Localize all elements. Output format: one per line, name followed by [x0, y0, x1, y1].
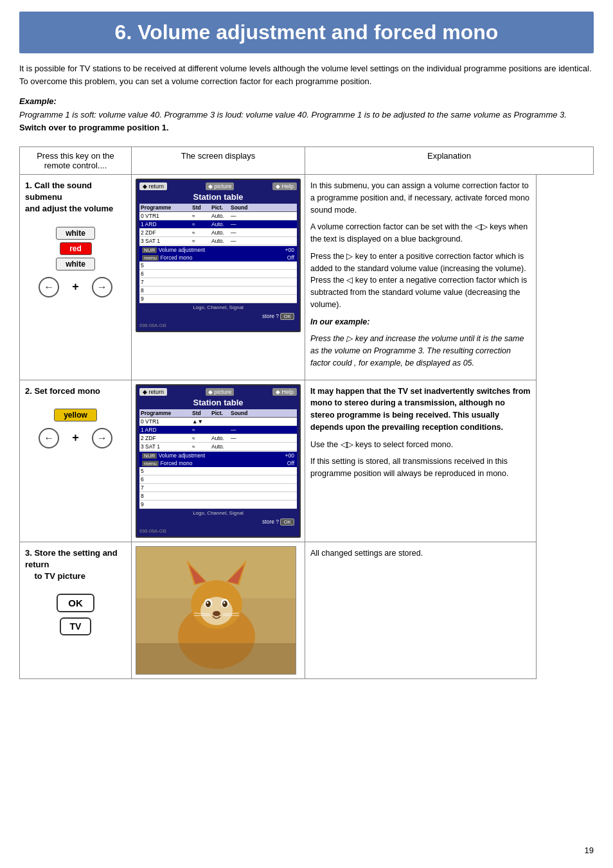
- ok-button[interactable]: OK: [57, 594, 94, 612]
- return-btn-2: ◆ return: [139, 388, 167, 396]
- step2-bold-p: It may happen that the TV set inadverten…: [310, 385, 531, 434]
- station-row-2b: 2 ZDF ≈ Auto. —: [139, 434, 297, 443]
- p5b: 5: [141, 468, 192, 474]
- row-5a: 5: [139, 261, 297, 270]
- svg-point-13: [207, 601, 209, 603]
- sound-b1: —: [231, 427, 253, 433]
- col-programme-2: Programme: [141, 410, 192, 416]
- yellow-button[interactable]: yellow: [54, 409, 97, 421]
- col-programme: Programme: [141, 204, 192, 211]
- vol-adj-row-2: NUR Volume adjustment +00: [139, 452, 297, 459]
- sound-b3: [231, 443, 253, 450]
- pict-b3: Auto.: [211, 443, 231, 450]
- left-arrow-icon-2[interactable]: ←: [39, 428, 59, 448]
- prog-0: 0 VTR1: [141, 213, 192, 219]
- help-btn-2: ◆ Help: [272, 388, 297, 396]
- right-arrow-icon-2[interactable]: →: [92, 428, 112, 448]
- step-2-label: 2. Set forced mono: [25, 385, 126, 397]
- sound-2: —: [231, 229, 253, 236]
- ok-small-2: OK: [280, 518, 294, 526]
- white-button-2[interactable]: white: [56, 258, 95, 270]
- std-0: ≈: [192, 213, 211, 219]
- arrow-buttons-1: ← + →: [39, 277, 112, 297]
- example-text: Programme 1 is soft: volume value 40. Pr…: [19, 109, 594, 134]
- sound-0: —: [231, 213, 253, 219]
- tv-button[interactable]: TV: [60, 617, 92, 635]
- title-bar: 6. Volume adjustment and forced mono: [19, 12, 594, 53]
- vol-nur-tag: NUR Volume adjustment: [142, 247, 205, 253]
- pict-1: Auto.: [211, 221, 231, 227]
- logo-row-1: Logo, Channel, Signal: [139, 303, 297, 312]
- tv-screen-1: ◆ return ◆ picture ◆ Help Station table …: [136, 179, 301, 332]
- sound-1: —: [231, 221, 253, 227]
- page-title: 6. Volume adjustment and forced mono: [32, 21, 581, 44]
- step-1-remote: 1. Call the sound submenuand adjust the …: [19, 175, 132, 380]
- right-arrow-icon[interactable]: →: [92, 277, 112, 297]
- white-button-1[interactable]: white: [56, 227, 95, 240]
- prog-b1: 1 ARD: [141, 427, 192, 433]
- forced-mono-row-1: menu Forced mono Off: [139, 254, 297, 261]
- step-2-row: 2. Set forced mono yellow ← + → ◆ return…: [19, 380, 594, 542]
- station-row-0b: 0 VTR1 ▲▼: [139, 418, 297, 426]
- step-3-row: 3. Store the setting and return to TV pi…: [19, 542, 594, 679]
- svg-point-12: [222, 601, 227, 607]
- vol-value: +00: [285, 247, 294, 253]
- station-table-title-1: Station table: [139, 192, 297, 202]
- row-6a: 6: [139, 270, 297, 278]
- station-header-2: Programme Std Pict. Sound: [139, 409, 297, 418]
- red-button[interactable]: red: [60, 242, 92, 255]
- step-1-label: 1. Call the sound submenuand adjust the …: [25, 180, 126, 215]
- step-3-label: 3. Store the setting and return to TV pi…: [25, 547, 126, 583]
- station-inner-2: Programme Std Pict. Sound 0 VTR1 ▲▼ 1 AR…: [139, 409, 297, 509]
- store-row-2: store ? OK: [139, 517, 297, 527]
- pict-b0: [211, 418, 231, 425]
- p8: 8: [141, 287, 192, 294]
- col-std: Std: [192, 204, 211, 211]
- station-row-0a: 0 VTR1 ≈ Auto. —: [139, 212, 297, 220]
- col-std-2: Std: [192, 410, 211, 416]
- forced-nur-tag-2: menu Forced mono: [142, 460, 192, 466]
- step-2-explain: It may happen that the TV set inadverten…: [305, 380, 537, 542]
- step3-p1: All changed settings are stored.: [310, 547, 531, 560]
- row-6b: 6: [139, 475, 297, 484]
- svg-point-11: [206, 601, 211, 607]
- prog-b3: 3 SAT 1: [141, 443, 192, 450]
- step-2-diagram: yellow ← + →: [25, 402, 126, 455]
- station-row-1a: 1 ARD ≈ Auto. —: [139, 220, 297, 229]
- step-3-diagram: OK TV: [25, 587, 126, 642]
- svg-point-15: [213, 611, 220, 616]
- station-row-3b: 3 SAT 1 ≈ Auto.: [139, 443, 297, 451]
- in-our-example-text: Press the ▷ key and increase the volume …: [310, 333, 531, 369]
- help-btn-1: ◆ Help: [272, 182, 297, 190]
- prog-2: 2 ZDF: [141, 229, 192, 236]
- station-row-2a: 2 ZDF ≈ Auto. —: [139, 229, 297, 237]
- prog-b0: 0 VTR1: [141, 418, 192, 425]
- explain-p1: In this submenu, you can assign a volume…: [310, 180, 531, 216]
- fox-svg: [136, 547, 296, 675]
- header-explain: Explanation: [305, 146, 594, 175]
- std-2: ≈: [192, 229, 211, 236]
- forced-value-2: Off: [287, 460, 294, 466]
- std-b1: ≈: [192, 427, 211, 433]
- p8b: 8: [141, 493, 192, 499]
- col-sound-2: Sound: [231, 410, 253, 416]
- forced-nur-tag: menu Forced mono: [142, 254, 192, 261]
- pict-0: Auto.: [211, 213, 231, 219]
- intro-text: It is possible for TV stations to be rec…: [19, 62, 594, 87]
- col-sound: Sound: [231, 204, 253, 211]
- store-row-1: store ? OK: [139, 312, 297, 321]
- std-1: ≈: [192, 221, 211, 227]
- std-3: ≈: [192, 238, 211, 244]
- left-arrow-icon[interactable]: ←: [39, 277, 59, 297]
- sound-b0: [231, 418, 253, 425]
- step-3-screen: [132, 542, 305, 679]
- step-1-diagram: white red white ← + →: [25, 220, 126, 304]
- row-9a: 9: [139, 295, 297, 303]
- fox-image: [136, 546, 296, 675]
- step-3-explain: All changed settings are stored.: [305, 542, 537, 679]
- return-btn-1: ◆ return: [139, 182, 167, 190]
- pict-3: Auto.: [211, 238, 231, 244]
- svg-rect-20: [136, 643, 296, 675]
- tv-screen-2: ◆ return ◆ picture ◆ Help Station table …: [136, 384, 301, 538]
- prog-3: 3 SAT 1: [141, 238, 192, 244]
